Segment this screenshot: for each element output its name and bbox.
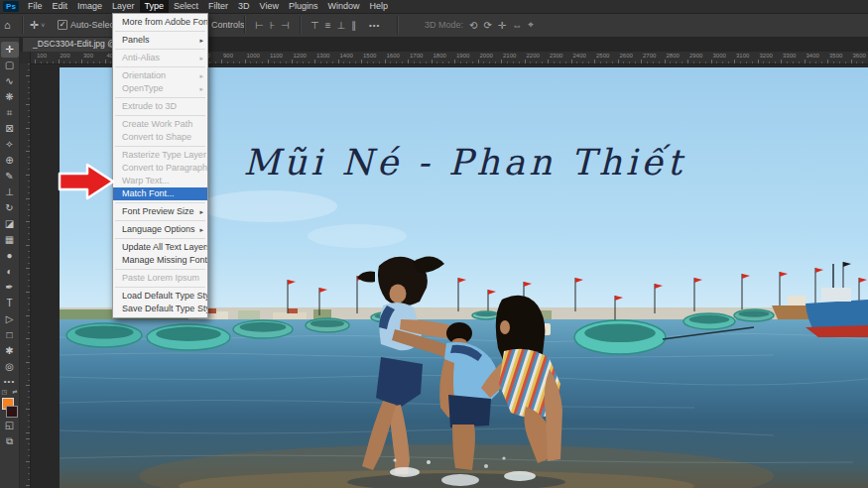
3d-orbit-icon[interactable]: ⟲	[469, 20, 477, 31]
auto-select-checkbox[interactable]: ✓ Auto-Select:	[58, 13, 119, 37]
ruler-tick-minor	[233, 61, 234, 63]
menu-view[interactable]: View	[255, 0, 284, 13]
tool-preset-button[interactable]: ✛ ˅	[30, 13, 45, 37]
ruler-tick-minor	[740, 61, 741, 63]
align-right-icon[interactable]: ⊣	[281, 20, 290, 31]
frame-tool-icon[interactable]: ⊠	[1, 121, 19, 137]
hand-tool-icon[interactable]: ✱	[1, 343, 19, 359]
ruler-tick-minor	[653, 61, 654, 63]
quick-selection-tool-icon[interactable]: ❋	[1, 89, 19, 105]
menu-type[interactable]: Type	[140, 0, 170, 13]
pen-tool-icon[interactable]: ✒	[1, 280, 19, 296]
show-transform-controls-label[interactable]: Controls	[211, 13, 245, 37]
ruler-tick	[361, 60, 362, 63]
coracle-boat-inner	[240, 322, 287, 332]
menu-separator	[115, 269, 205, 270]
menu-3d[interactable]: 3D	[233, 0, 255, 13]
clone-stamp-tool-icon[interactable]: ⊥	[1, 184, 19, 200]
marquee-tool-icon[interactable]: ▢	[1, 58, 19, 73]
quick-mask-icon[interactable]: ◱	[1, 418, 19, 433]
brush-tool-icon[interactable]: ✎	[1, 169, 19, 184]
menu-item-language-options[interactable]: Language Options▸	[113, 223, 207, 236]
menu-item-orientation: Orientation▸	[113, 69, 207, 82]
menu-filter[interactable]: Filter	[203, 0, 233, 13]
more-options-button[interactable]: •••	[369, 13, 380, 37]
screen-mode-icon[interactable]: ⧉	[1, 433, 19, 449]
ruler-number: 3500	[829, 53, 842, 59]
blur-tool-icon[interactable]: ●	[1, 248, 19, 264]
ruler-number: 1400	[340, 53, 353, 59]
align-bottom-icon[interactable]: ⊥	[337, 20, 346, 31]
dodge-tool-icon[interactable]: ◐	[1, 264, 19, 280]
distribute-icon[interactable]: ∥	[351, 20, 356, 31]
menu-item-update-all-text-layers[interactable]: Update All Text Layers	[113, 241, 207, 254]
gradient-tool-icon[interactable]: ▦	[1, 232, 19, 248]
shape-tool-icon[interactable]: □	[1, 327, 19, 343]
menu-item-match-font[interactable]: Match Font...	[113, 187, 207, 200]
photoshop-logo-icon[interactable]: Ps	[3, 1, 19, 12]
ruler-tick-minor	[414, 61, 415, 63]
vertical-ruler[interactable]	[20, 52, 31, 488]
ruler-tick	[28, 374, 30, 375]
path-selection-tool-icon[interactable]: ▷	[1, 311, 19, 327]
3d-scale-icon[interactable]: ⌖	[528, 19, 534, 31]
crop-tool-icon[interactable]: ⌗	[1, 105, 19, 121]
ruler-tick	[734, 60, 735, 63]
menu-item-font-preview-size[interactable]: Font Preview Size▸	[113, 205, 207, 218]
menu-edit[interactable]: Edit	[48, 0, 73, 13]
3d-slide-icon[interactable]: ⇔	[512, 20, 522, 31]
zoom-tool-icon[interactable]: ◎	[1, 359, 19, 375]
ruler-tick	[385, 60, 386, 63]
lasso-tool-icon[interactable]: ∿	[1, 73, 19, 89]
ruler-tick	[28, 169, 30, 170]
menu-image[interactable]: Image	[72, 0, 107, 13]
photoshop-window: Ps FileEditImageLayerTypeSelectFilter3DV…	[0, 0, 868, 488]
menu-plugins[interactable]: Plugins	[284, 0, 323, 13]
3d-roll-icon[interactable]: ⟳	[483, 20, 491, 31]
ruler-tick	[26, 128, 30, 129]
ruler-tick-minor	[355, 61, 356, 63]
ruler-tick	[28, 204, 30, 205]
menu-layer[interactable]: Layer	[107, 0, 140, 13]
ruler-tick	[28, 157, 30, 158]
menu-item-load-default-type-styles[interactable]: Load Default Type Styles	[113, 290, 207, 303]
ruler-tick-minor	[716, 61, 717, 63]
ruler-tick	[26, 175, 30, 176]
ruler-tick-minor	[396, 61, 397, 63]
ruler-number: 1700	[410, 53, 423, 59]
menu-item-panels[interactable]: Panels▸	[113, 34, 207, 47]
align-left-icon[interactable]: ⊢	[255, 20, 264, 31]
history-brush-tool-icon[interactable]: ↻	[1, 200, 19, 216]
align-top-icon[interactable]: ⊤	[310, 20, 319, 31]
ruler-number: 2400	[573, 53, 586, 59]
menu-item-save-default-type-styles[interactable]: Save Default Type Styles	[113, 303, 207, 315]
ruler-tick	[338, 60, 339, 63]
background-color-swatch[interactable]	[6, 406, 18, 418]
menu-help[interactable]: Help	[365, 0, 394, 13]
default-swap-colors[interactable]: ◳⇄	[2, 388, 18, 395]
ruler-number: 3600	[853, 53, 866, 59]
menu-separator	[115, 238, 205, 239]
ruler-number: 2700	[643, 53, 656, 59]
ruler-tick	[28, 274, 30, 275]
align-middle-icon[interactable]: ≡	[325, 20, 331, 31]
edit-toolbar-icon[interactable]: •••	[4, 377, 15, 386]
type-tool-icon[interactable]: T	[1, 296, 19, 311]
healing-brush-tool-icon[interactable]: ⊕	[1, 153, 19, 169]
move-tool-icon[interactable]: ✛	[1, 42, 19, 58]
ruler-tick	[28, 326, 30, 327]
3d-pan-icon[interactable]: ✛	[498, 20, 506, 31]
ruler-tick	[26, 315, 30, 316]
eyedropper-tool-icon[interactable]: ✧	[1, 137, 19, 153]
ruler-number: 1000	[247, 53, 260, 59]
home-button[interactable]: ⌂	[4, 13, 11, 37]
align-center-h-icon[interactable]: ⊦	[270, 20, 275, 31]
menu-window[interactable]: Window	[323, 0, 365, 13]
menu-item-more-from-adobe-fonts[interactable]: More from Adobe Fonts...	[113, 16, 207, 29]
tools-panel: ✛▢∿❋⌗⊠✧⊕✎⊥↻◪▦●◐✒T▷□✱◎ ••• ◳⇄ ◱ ⧉	[0, 37, 20, 488]
menu-select[interactable]: Select	[169, 0, 203, 13]
menu-file[interactable]: File	[23, 0, 48, 13]
eraser-tool-icon[interactable]: ◪	[1, 216, 19, 232]
menu-item-manage-missing-fonts[interactable]: Manage Missing Fonts	[113, 254, 207, 267]
ruler-corner	[20, 52, 30, 63]
